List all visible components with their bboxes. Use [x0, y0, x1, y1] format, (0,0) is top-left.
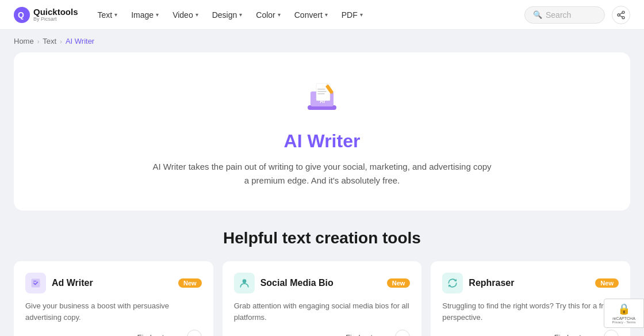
- social-media-bio-desc: Grab attention with engaging social medi…: [234, 300, 411, 323]
- social-media-bio-badge: New: [387, 278, 411, 288]
- chevron-down-icon: ▾: [239, 12, 242, 18]
- svg-text:AI: AI: [320, 98, 325, 104]
- social-media-bio-footer: Find out more →: [234, 330, 411, 336]
- tool-card-ad-writer: Ad Writer New Give your business a boost…: [14, 261, 213, 336]
- tool-card-header: Ad Writer New: [25, 273, 202, 293]
- ad-writer-badge: New: [178, 278, 202, 288]
- chevron-down-icon: ▾: [156, 12, 159, 18]
- brand-name: Quicktools: [33, 7, 78, 16]
- rephraser-badge: New: [595, 278, 619, 288]
- recaptcha-text: reCAPTCHA: [612, 316, 635, 320]
- tool-title-row: Social Media Bio: [234, 273, 334, 293]
- brand-sub: By Picsart: [33, 16, 78, 22]
- rephraser-name: Rephraser: [469, 278, 514, 288]
- breadcrumb-sep-1: ›: [37, 38, 40, 45]
- ad-writer-footer: Find out more →: [25, 330, 202, 336]
- nav-design-label: Design: [212, 10, 237, 20]
- hero-description: AI Writer takes the pain out of writing …: [150, 160, 494, 188]
- brand-logo[interactable]: Q Quicktools By Picsart: [14, 7, 78, 23]
- share-button[interactable]: [612, 6, 630, 24]
- social-media-bio-name: Social Media Bio: [260, 278, 334, 288]
- tools-section: Helpful text creation tools Ad Writer Ne…: [0, 229, 644, 336]
- search-placeholder: Search: [546, 10, 571, 20]
- breadcrumb-current: AI Writer: [66, 37, 94, 45]
- nav-color-label: Color: [256, 10, 275, 20]
- chevron-down-icon: ▾: [114, 12, 117, 18]
- svg-point-2: [622, 11, 624, 13]
- nav-item-pdf[interactable]: PDF ▾: [336, 7, 369, 23]
- search-icon: 🔍: [533, 10, 542, 19]
- hero-section: AI AI Writer AI Writer takes the pain ou…: [14, 52, 630, 211]
- svg-point-4: [622, 16, 624, 18]
- svg-line-5: [620, 16, 623, 17]
- search-box[interactable]: 🔍 Search: [524, 6, 605, 24]
- breadcrumb-home[interactable]: Home: [14, 37, 34, 45]
- ad-writer-icon: [25, 273, 46, 293]
- svg-rect-18: [32, 279, 40, 288]
- nav-text-label: Text: [98, 10, 113, 20]
- svg-text:Q: Q: [18, 10, 24, 20]
- tool-card-header: Social Media Bio New: [234, 273, 411, 293]
- rephraser-cta-button[interactable]: →: [604, 330, 619, 336]
- social-media-bio-cta[interactable]: Find out more: [346, 333, 392, 337]
- hero-icon: AI: [299, 75, 345, 121]
- rephraser-icon: [442, 273, 463, 293]
- recaptcha-icon: 🔒: [618, 303, 630, 315]
- nav-pdf-label: PDF: [342, 10, 358, 20]
- navbar: Q Quicktools By Picsart Text ▾ Image ▾ V…: [0, 0, 644, 30]
- nav-right: 🔍 Search: [524, 6, 630, 24]
- social-media-bio-icon: [234, 273, 255, 293]
- hero-title: AI Writer: [28, 131, 616, 152]
- tools-grid: Ad Writer New Give your business a boost…: [14, 261, 630, 336]
- nav-item-video[interactable]: Video ▾: [167, 7, 204, 23]
- svg-point-20: [242, 279, 246, 283]
- rephraser-footer: Find out more →: [442, 330, 619, 336]
- recaptcha-privacy: Privacy - Terms: [612, 320, 635, 324]
- tool-card-rephraser: Rephraser New Struggling to find the rig…: [431, 261, 630, 336]
- breadcrumb-text[interactable]: Text: [43, 37, 56, 45]
- breadcrumb-sep-2: ›: [60, 38, 62, 45]
- chevron-down-icon: ▾: [360, 12, 363, 18]
- breadcrumb: Home › Text › AI Writer: [0, 30, 644, 52]
- ad-writer-desc: Give your business a boost with persuasi…: [25, 300, 202, 323]
- chevron-down-icon: ▾: [325, 12, 328, 18]
- chevron-down-icon: ▾: [278, 12, 281, 18]
- chevron-down-icon: ▾: [195, 12, 198, 18]
- recaptcha-badge: 🔒 reCAPTCHA Privacy - Terms: [604, 299, 644, 328]
- nav-item-design[interactable]: Design ▾: [206, 7, 248, 23]
- nav-video-label: Video: [172, 10, 193, 20]
- tool-card-header: Rephraser New: [442, 273, 619, 293]
- nav-item-convert[interactable]: Convert ▾: [289, 7, 334, 23]
- svg-line-6: [620, 13, 623, 14]
- nav-item-text[interactable]: Text ▾: [92, 7, 124, 23]
- rephraser-cta[interactable]: Find out more: [554, 333, 600, 337]
- ad-writer-name: Ad Writer: [52, 278, 93, 288]
- tool-title-row: Rephraser: [442, 273, 514, 293]
- nav-image-label: Image: [131, 10, 154, 20]
- tool-title-row: Ad Writer: [25, 273, 93, 293]
- nav-convert-label: Convert: [294, 10, 323, 20]
- ad-writer-cta[interactable]: Find out more: [137, 333, 183, 337]
- nav-menu: Text ▾ Image ▾ Video ▾ Design ▾ Color ▾ …: [92, 7, 524, 23]
- svg-point-3: [618, 14, 620, 16]
- ad-writer-cta-button[interactable]: →: [187, 330, 202, 336]
- social-media-bio-cta-button[interactable]: →: [395, 330, 410, 336]
- tools-section-title: Helpful text creation tools: [14, 229, 630, 247]
- nav-item-image[interactable]: Image ▾: [125, 7, 164, 23]
- tool-card-social-media-bio: Social Media Bio New Grab attention with…: [223, 261, 422, 336]
- rephraser-desc: Struggling to find the right words? Try …: [442, 300, 619, 323]
- nav-item-color[interactable]: Color ▾: [250, 7, 286, 23]
